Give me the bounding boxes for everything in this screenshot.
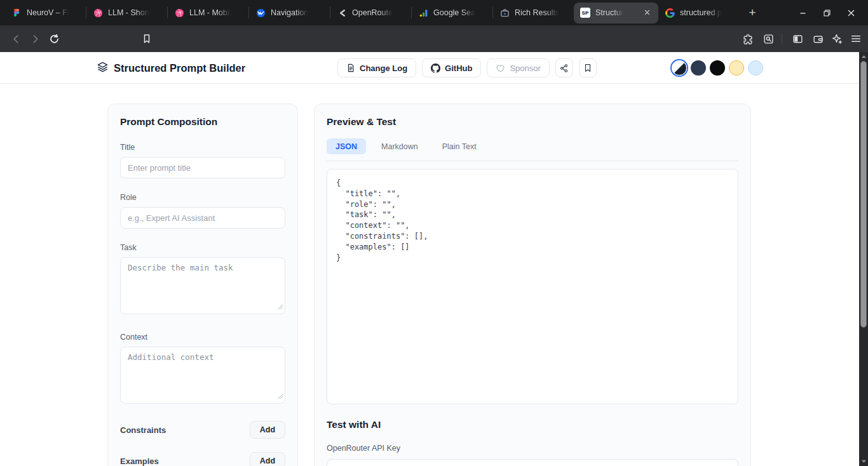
new-tab-button[interactable]: + <box>743 3 762 22</box>
tab-title: Structur <box>595 8 623 17</box>
page-scrollbar[interactable] <box>859 52 868 466</box>
page-title: Structured Prompt Builder <box>114 62 245 74</box>
window-restore-button[interactable] <box>817 3 836 22</box>
preview-format-tabs: JSON Markdown Plain Text <box>327 138 738 154</box>
theme-swatch-light-dark-selected[interactable] <box>672 60 687 76</box>
theme-swatch-black[interactable] <box>710 60 725 76</box>
scroll-up-icon[interactable] <box>859 53 868 60</box>
extensions-icon[interactable] <box>738 29 757 48</box>
browser-tab-llm-short[interactable]: LLM - Short <box>86 3 167 23</box>
code-line: { <box>336 178 729 189</box>
wallet-icon[interactable] <box>808 29 827 48</box>
add-example-button[interactable]: Add <box>250 452 285 466</box>
changelog-label: Change Log <box>360 63 407 73</box>
google-g-icon <box>665 8 675 18</box>
header-actions: Change Log GitHub Sponsor <box>337 58 597 77</box>
preview-test-panel: Preview & Test JSON Markdown Plain Text … <box>314 103 751 466</box>
role-input[interactable] <box>120 207 285 229</box>
sp-favicon: SP <box>580 8 590 18</box>
share-page-button[interactable] <box>555 58 573 77</box>
openrouter-api-key-input[interactable] <box>327 459 738 466</box>
tab-title: NeuroV – Fi <box>27 8 69 17</box>
browser-tab-llm-mobile[interactable]: LLM - Mobil <box>168 3 248 23</box>
site-header: Structured Prompt Builder Change Log Git… <box>0 52 859 84</box>
bookmarks-bar-icon[interactable] <box>137 29 156 48</box>
tab-title: OpenRoute <box>352 8 393 17</box>
page-content: Structured Prompt Builder Change Log Git… <box>0 52 859 466</box>
browser-tab-neurov[interactable]: NeuroV – Fi <box>5 3 86 23</box>
browser-toolbar: structured-prompt-builder.vercel.app 1 <box>0 25 868 52</box>
json-preview-box[interactable]: { "title": "", "role": "", "task": "", "… <box>327 169 738 404</box>
tabs-divider <box>327 161 738 161</box>
tab-plain-text[interactable]: Plain Text <box>433 138 485 154</box>
reload-button[interactable] <box>44 29 64 48</box>
scrollbar-thumb[interactable] <box>860 61 867 328</box>
code-line: "context": "", <box>336 220 729 231</box>
tab-title: LLM - Mobil <box>189 8 231 17</box>
theme-swatches <box>672 60 763 76</box>
browser-tab-google-search[interactable]: Google Sea <box>412 3 492 23</box>
window-close-button[interactable] <box>841 3 860 22</box>
examples-label: Examples <box>120 456 159 466</box>
code-line: } <box>336 253 729 263</box>
add-constraint-button[interactable]: Add <box>250 421 285 439</box>
code-line: "task": "", <box>336 210 729 220</box>
context-textarea[interactable] <box>120 347 285 404</box>
dribbble-icon <box>174 8 184 18</box>
window-controls <box>793 3 868 22</box>
code-line: "constraints": [], <box>336 231 729 242</box>
title-label: Title <box>120 143 285 152</box>
browser-tab-rich-results[interactable]: Rich Results <box>493 3 574 23</box>
tab-markdown[interactable]: Markdown <box>372 138 427 154</box>
browser-tab-navigation[interactable]: Navigation <box>249 3 330 23</box>
code-line: "role": "", <box>336 199 729 210</box>
tab-title: Rich Results <box>515 8 559 17</box>
resize-handle-icon[interactable] <box>278 301 283 312</box>
title-input[interactable] <box>120 157 285 178</box>
menu-hamburger-icon[interactable] <box>846 29 865 48</box>
browser-tab-structured-google[interactable]: structured p <box>658 3 739 23</box>
scroll-down-icon[interactable] <box>859 458 868 465</box>
context-label: Context <box>120 333 285 342</box>
browser-tab-openrouter[interactable]: OpenRoute <box>330 3 411 23</box>
back-button[interactable] <box>6 29 25 48</box>
github-button[interactable]: GitHub <box>422 58 481 77</box>
tab-title: LLM - Short <box>108 8 149 17</box>
layers-logo-icon <box>97 61 109 76</box>
forward-button[interactable] <box>25 29 44 48</box>
preview-heading: Preview & Test <box>327 116 738 128</box>
browser-tab-strip: NeuroV – Fi LLM - Short LLM - Mobil Navi… <box>0 0 868 25</box>
task-textarea[interactable] <box>120 257 285 314</box>
dribbble-icon <box>93 8 103 18</box>
sponsor-button[interactable]: Sponsor <box>487 58 549 77</box>
window-minimize-button[interactable] <box>793 3 812 22</box>
code-line: "examples": [] <box>336 242 729 253</box>
theme-swatch-lightblue[interactable] <box>748 60 763 76</box>
code-line: "title": "", <box>336 189 729 199</box>
tab-json[interactable]: JSON <box>327 138 366 154</box>
tab-title: structured p <box>680 8 722 17</box>
google-analytics-icon <box>418 8 428 18</box>
tab-title: Navigation <box>271 8 308 17</box>
brand: Structured Prompt Builder <box>97 52 245 84</box>
search-in-page-icon[interactable] <box>759 29 778 48</box>
toolbar-divider <box>782 33 782 44</box>
bookmark-page-button[interactable] <box>579 58 597 77</box>
openrouter-icon <box>337 8 347 18</box>
leo-ai-sparkle-icon[interactable] <box>827 29 846 48</box>
github-label: GitHub <box>445 63 472 73</box>
tab-close-icon[interactable] <box>642 8 652 18</box>
changelog-button[interactable]: Change Log <box>337 58 416 77</box>
sidebar-toggle-icon[interactable] <box>788 29 807 48</box>
figma-icon <box>11 8 22 18</box>
api-key-label: OpenRouter API Key <box>327 444 738 453</box>
tab-title: Google Sea <box>433 8 475 17</box>
resize-handle-icon[interactable] <box>278 390 283 402</box>
browser-tab-structured-prompt-builder-active[interactable]: SP Structur <box>574 3 658 23</box>
test-with-ai-heading: Test with AI <box>327 419 738 430</box>
sponsor-label: Sponsor <box>510 63 540 73</box>
theme-swatch-navy[interactable] <box>691 60 706 76</box>
prompt-composition-panel: Prompt Composition Title Role Task Conte… <box>107 103 298 466</box>
role-label: Role <box>120 193 285 202</box>
theme-swatch-cream[interactable] <box>729 60 744 76</box>
